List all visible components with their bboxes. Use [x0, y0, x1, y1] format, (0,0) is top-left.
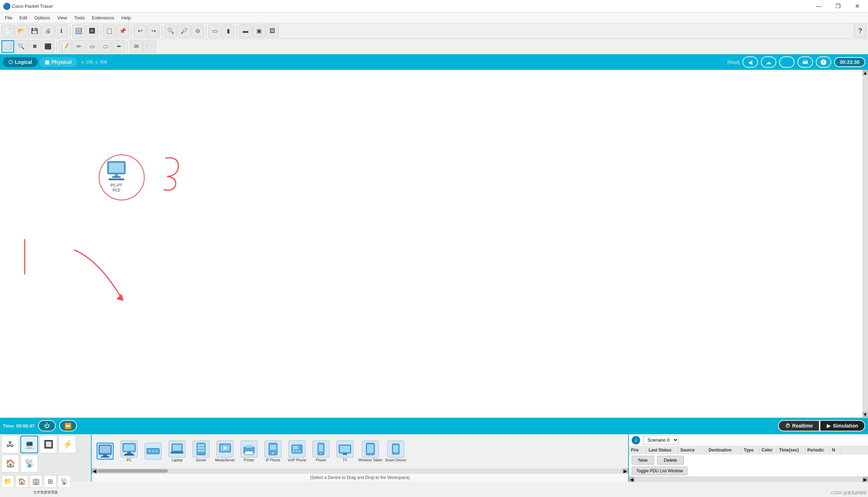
- save-button[interactable]: 💾: [28, 25, 41, 37]
- home-btn[interactable]: 🏠: [16, 475, 28, 488]
- delete-tool-button[interactable]: ✖: [28, 40, 41, 53]
- device-laptop[interactable]: Laptop: [166, 441, 188, 462]
- device-phone[interactable]: Phone: [310, 441, 332, 462]
- device-pc[interactable]: PC: [119, 441, 140, 462]
- grid-btn[interactable]: ⊞: [44, 475, 56, 488]
- device-smart-device[interactable]: Smart Device: [385, 441, 406, 462]
- maximize-button[interactable]: ❐: [830, 1, 846, 12]
- email-tool-button[interactable]: ✉: [130, 40, 142, 53]
- scenario-select[interactable]: Scenario 0 Scenario 1: [643, 436, 679, 444]
- draw-rect-button[interactable]: ▭: [86, 40, 98, 53]
- pc-label: PC: [127, 458, 132, 462]
- nav-cloud-button[interactable]: ☁: [761, 56, 776, 68]
- simulation-tab[interactable]: ▶ Simulation: [820, 420, 865, 431]
- canvas-scrollbar[interactable]: ▲ ▼: [862, 70, 868, 417]
- dev-scroll-right[interactable]: ▶: [623, 468, 628, 473]
- menu-extensions[interactable]: Extensions: [88, 14, 118, 22]
- new-scenario-button[interactable]: New: [632, 456, 654, 465]
- device-server[interactable]: Server: [190, 441, 212, 462]
- voip-icon: [289, 441, 305, 457]
- layout3-button[interactable]: ▬: [239, 25, 252, 37]
- cat-misc[interactable]: 🏠: [1, 455, 19, 472]
- paste-button[interactable]: 📌: [116, 25, 129, 37]
- phone-icon: [312, 441, 329, 457]
- draw-freehand-button[interactable]: ✒: [113, 40, 125, 53]
- menu-tools[interactable]: Tools: [71, 14, 88, 22]
- nav-back-button[interactable]: ◀: [742, 56, 758, 68]
- svg-rect-39: [296, 450, 298, 452]
- layout1-button[interactable]: ▭: [208, 25, 221, 37]
- scroll-up-arrow[interactable]: ▲: [862, 70, 868, 75]
- draw-line-button[interactable]: ✏: [72, 40, 85, 53]
- print-button[interactable]: 🖨: [42, 25, 54, 37]
- nav-landscape-button[interactable]: 🏔: [797, 56, 813, 68]
- dev-scroll-left[interactable]: ◀: [92, 468, 97, 473]
- zoom-in-button[interactable]: 🔍: [164, 25, 177, 37]
- device-scrollbar[interactable]: ◀ ▶: [92, 468, 628, 473]
- minimize-button[interactable]: —: [811, 1, 827, 12]
- note-tool-button[interactable]: 📝: [59, 40, 72, 53]
- device-wireless-tablet[interactable]: Wireless Tablet: [358, 441, 382, 462]
- info-button[interactable]: ℹ: [55, 25, 68, 37]
- file-manager-btn[interactable]: 📁: [1, 475, 14, 488]
- svg-rect-38: [293, 450, 295, 452]
- device-media-server[interactable]: MediaServer: [214, 441, 236, 462]
- scroll-down-arrow[interactable]: ▼: [862, 412, 868, 417]
- logical-label: Logical: [15, 59, 32, 65]
- logical-tab[interactable]: ⬡ Logical: [3, 57, 38, 67]
- menu-help[interactable]: Help: [118, 14, 134, 22]
- realtime-tab[interactable]: ⏱ Realtime: [778, 420, 820, 431]
- redo-button[interactable]: ↪: [147, 25, 160, 37]
- layout4-button[interactable]: ▣: [253, 25, 265, 37]
- building-btn[interactable]: 🏢: [30, 475, 42, 488]
- media-button[interactable]: 🖼: [266, 25, 279, 37]
- search-tool-button[interactable]: 🔍: [15, 40, 28, 53]
- font-button[interactable]: 🅰: [86, 25, 98, 37]
- zoom-reset-button[interactable]: ⊖: [191, 25, 204, 37]
- device-generic[interactable]: [95, 443, 116, 460]
- menu-edit[interactable]: Edit: [16, 14, 31, 22]
- device-printer[interactable]: Printer: [238, 441, 260, 462]
- custom-device-button[interactable]: 🔠: [72, 25, 85, 37]
- tower-btn[interactable]: 📡: [58, 475, 71, 488]
- device-ip-phone[interactable]: IP Phone: [262, 441, 284, 462]
- open-button[interactable]: 📂: [15, 25, 28, 37]
- svg-point-19: [156, 450, 158, 452]
- canvas-area[interactable]: PC-PTPC0 ▲ ▼: [0, 70, 868, 418]
- scenario-bottom-scroll[interactable]: ◀ ▶: [629, 477, 868, 482]
- copy-device-button[interactable]: 📋: [103, 25, 116, 37]
- generic-icon: [97, 443, 114, 460]
- nav-globe-button[interactable]: 🌐: [779, 56, 795, 68]
- layout2-button[interactable]: ▮: [222, 25, 235, 37]
- cat-multiuser[interactable]: 📡: [20, 455, 38, 472]
- toggle-pdu-button[interactable]: Toggle PDU List Window: [632, 467, 687, 475]
- draw-ellipse-button[interactable]: ⬭: [99, 40, 112, 53]
- power-button[interactable]: ⏻: [38, 420, 56, 431]
- menu-file[interactable]: File: [1, 14, 16, 22]
- physical-tab[interactable]: ▦ Physical: [39, 57, 77, 67]
- open-pdu-button[interactable]: 📨: [143, 40, 156, 53]
- canvas-device-pc0[interactable]: PC-PTPC0: [104, 158, 129, 193]
- pdu-scroll-right[interactable]: ▶: [862, 477, 868, 482]
- device-tv[interactable]: TV: [334, 441, 356, 462]
- zoom-out-button[interactable]: 🔎: [178, 25, 190, 37]
- undo-button[interactable]: ↩: [134, 25, 146, 37]
- cat-connections[interactable]: ⚡: [59, 436, 76, 453]
- scenario-info-icon[interactable]: i: [632, 436, 640, 444]
- delete-scenario-button[interactable]: Delete: [657, 456, 684, 465]
- cat-components[interactable]: 🔲: [40, 436, 57, 453]
- help-main-button[interactable]: ?: [854, 25, 867, 37]
- select-tool-button[interactable]: ⬜: [1, 40, 14, 53]
- menu-view[interactable]: View: [54, 14, 71, 22]
- cat-end-devices[interactable]: 💻: [20, 436, 38, 453]
- close-button[interactable]: ✕: [849, 1, 865, 12]
- cat-network-devices[interactable]: 🖧: [1, 436, 19, 453]
- resize-tool-button[interactable]: ⬛: [42, 40, 54, 53]
- new-button[interactable]: 📄: [1, 25, 14, 37]
- pdu-scroll-left[interactable]: ◀: [629, 477, 635, 482]
- device-voip[interactable]: VoIP Phone: [286, 441, 308, 462]
- fast-forward-button[interactable]: ⏩: [59, 420, 77, 431]
- device-hub[interactable]: [142, 443, 164, 460]
- nav-clock-button[interactable]: 🕐: [816, 56, 831, 68]
- menu-options[interactable]: Options: [31, 14, 54, 22]
